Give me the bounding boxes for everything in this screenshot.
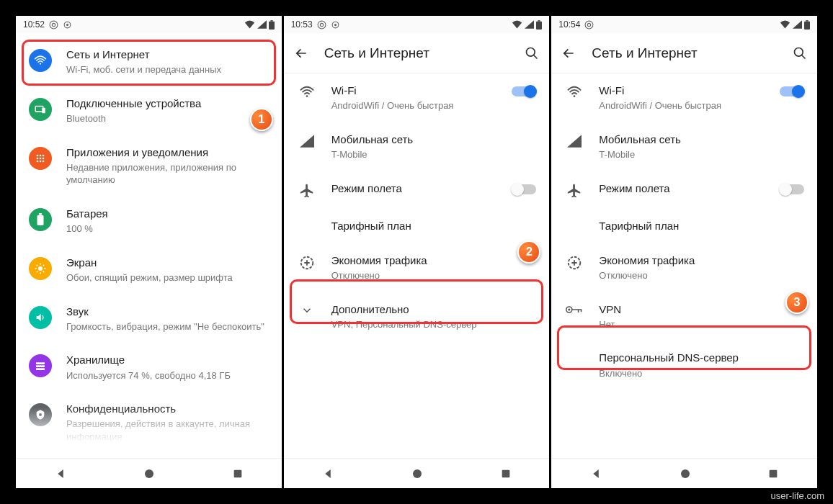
item-subtitle: Wi-Fi, моб. сети и передача данных [66, 63, 269, 76]
svg-rect-47 [502, 469, 509, 477]
item-airplane[interactable]: Режим полета [284, 171, 550, 209]
nav-home-icon[interactable] [143, 467, 156, 480]
item-title: Подключенные устройства [66, 96, 269, 111]
phone-screen-1: 10:52 Сеть и ИнтернетWi-Fi, моб. сети и … [16, 16, 282, 488]
item-advanced[interactable]: ДополнительноVPN, Персональный DNS-серве… [284, 292, 550, 341]
signal-icon [567, 134, 582, 148]
item-subtitle: AndroidWifi / Очень быстрая [599, 99, 765, 112]
nav-home-icon[interactable] [411, 467, 424, 480]
search-icon[interactable] [793, 46, 807, 60]
svg-point-49 [588, 23, 591, 26]
settings-item-apps[interactable]: Приложения и уведомленияНедавние приложе… [16, 135, 282, 197]
item-airplane[interactable]: Режим полета [551, 171, 817, 209]
svg-rect-51 [806, 20, 808, 22]
nav-back-icon[interactable] [321, 467, 334, 480]
svg-point-6 [40, 63, 41, 64]
wifi-icon [512, 20, 522, 29]
svg-rect-18 [37, 215, 44, 225]
battery-icon [536, 20, 542, 30]
item-vpn[interactable]: VPNНет [551, 292, 817, 341]
svg-line-26 [43, 271, 45, 272]
svg-point-13 [40, 157, 42, 159]
item-title: Конфиденциальность [66, 402, 269, 416]
airplane-toggle[interactable] [780, 184, 804, 194]
svg-point-3 [66, 23, 68, 25]
settings-item-battery[interactable]: Батарея100 % [16, 197, 282, 246]
wifi-toggle[interactable] [780, 86, 804, 96]
clock: 10:53 [291, 19, 313, 30]
svg-line-43 [534, 55, 538, 58]
chevron-down-icon [300, 304, 313, 317]
item-datasaver[interactable]: Экономия трафикаОтключено [551, 243, 817, 292]
svg-point-54 [574, 95, 576, 97]
watermark: user-life.com [771, 490, 824, 501]
svg-rect-7 [35, 106, 43, 112]
item-mobile[interactable]: Мобильная сетьT-Mobile [551, 122, 817, 171]
svg-point-32 [39, 413, 42, 416]
airplane-toggle[interactable] [512, 184, 536, 194]
item-subtitle: Нет [599, 318, 804, 331]
item-private-dns[interactable]: Персональный DNS-серверВключено [551, 341, 817, 390]
svg-rect-29 [36, 363, 45, 365]
item-subtitle: Громкость, вибрация, режим "Не беспокоит… [66, 320, 269, 333]
svg-point-12 [37, 157, 39, 159]
chrome-icon [317, 20, 326, 30]
svg-point-20 [38, 266, 43, 271]
svg-point-57 [569, 308, 571, 310]
svg-rect-40 [536, 21, 542, 29]
settings-item-storage[interactable]: ХранилищеИспользуется 74 %, свободно 4,1… [16, 343, 282, 392]
svg-line-25 [37, 264, 38, 266]
item-title: Тарифный план [599, 219, 804, 233]
back-icon[interactable] [561, 46, 576, 60]
nav-recent-icon[interactable] [500, 468, 512, 480]
settings-item-network[interactable]: Сеть и ИнтернетWi-Fi, моб. сети и переда… [16, 33, 282, 86]
nav-back-icon[interactable] [589, 467, 602, 480]
signal-icon [300, 134, 314, 148]
svg-point-1 [52, 23, 55, 26]
navbar [16, 458, 282, 488]
item-mobile[interactable]: Мобильная сетьT-Mobile [284, 122, 550, 171]
signal-icon [257, 20, 267, 29]
step-badge-1: 1 [250, 108, 273, 131]
settings-item-location[interactable]: МестоположениеВключено (доступно ... о м… [16, 453, 282, 458]
back-icon[interactable] [294, 46, 308, 60]
item-subtitle: Обои, спящий режим, размер шрифта [66, 271, 269, 284]
item-title: Персональный DNS-сервер [599, 351, 804, 365]
svg-rect-59 [770, 469, 778, 477]
item-title: Экран [66, 256, 269, 270]
item-title: Режим полета [599, 181, 765, 196]
svg-rect-5 [270, 20, 272, 22]
appbar: Сеть и Интернет [284, 33, 550, 73]
settings-item-privacy[interactable]: КонфиденциальностьРазрешения, действия в… [16, 392, 282, 453]
battery-icon [804, 20, 810, 30]
chrome-icon [584, 20, 594, 30]
item-wifi[interactable]: Wi-FiAndroidWifi / Очень быстрая [284, 73, 550, 122]
signal-icon [525, 20, 534, 29]
nav-recent-icon[interactable] [767, 468, 779, 480]
item-plan[interactable]: Тарифный план [284, 209, 550, 243]
brightness-icon [34, 262, 47, 275]
item-wifi[interactable]: Wi-FiAndroidWifi / Очень быстрая [551, 73, 817, 122]
wifi-icon [780, 20, 790, 29]
svg-point-14 [43, 157, 45, 159]
search-icon[interactable] [525, 46, 539, 60]
nav-home-icon[interactable] [679, 467, 692, 480]
item-title: Хранилище [66, 353, 269, 367]
settings-item-devices[interactable]: Подключенные устройстваBluetooth [16, 86, 282, 135]
item-datasaver[interactable]: Экономия трафикаОтключено [284, 243, 550, 292]
nav-back-icon[interactable] [54, 467, 67, 480]
nav-recent-icon[interactable] [232, 468, 244, 480]
apps-icon [35, 153, 46, 164]
item-title: Тарифный план [331, 219, 537, 233]
svg-point-10 [40, 154, 42, 156]
statusbar: 10:52 [16, 16, 282, 33]
phone-screen-3: 10:54 Сеть и Интернет Wi-FiAndroidWifi /… [551, 16, 817, 488]
settings-item-sound[interactable]: ЗвукГромкость, вибрация, режим "Не беспо… [16, 294, 282, 343]
clock: 10:52 [23, 19, 45, 30]
wifi-toggle[interactable] [512, 86, 536, 96]
item-title: Экономия трафика [599, 253, 804, 268]
item-title: Мобильная сеть [599, 132, 804, 147]
settings-item-display[interactable]: ЭкранОбои, спящий режим, размер шрифта [16, 246, 282, 294]
item-plan[interactable]: Тарифный план [551, 209, 817, 243]
svg-rect-4 [269, 21, 275, 29]
